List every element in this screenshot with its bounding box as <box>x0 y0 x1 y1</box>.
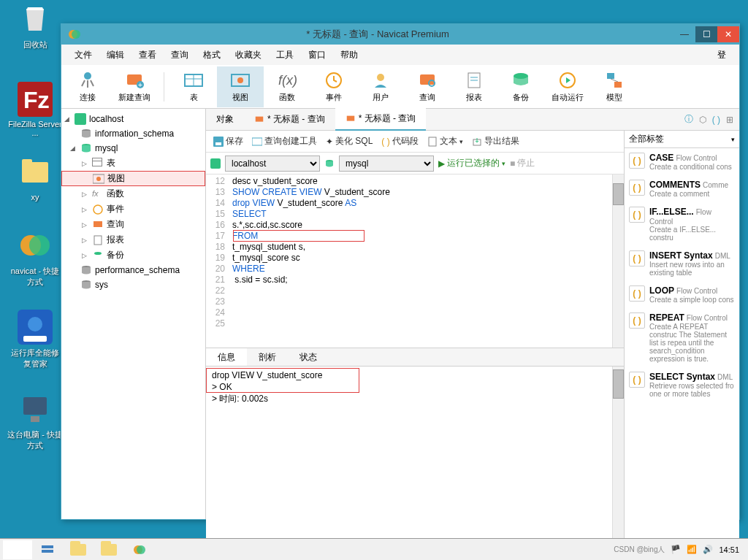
snippet-button[interactable]: ( )代码段 <box>381 135 418 147</box>
tab-query2[interactable]: * 无标题 - 查询 <box>335 108 427 131</box>
menu-file[interactable]: 文件 <box>67 46 99 64</box>
output-body[interactable]: drop VIEW V_student_score > OK > 时间: 0.0… <box>206 367 624 545</box>
host-select[interactable]: localhost <box>225 156 320 172</box>
tray-clock[interactable]: 14:51 <box>719 545 739 554</box>
snippet-item[interactable]: ( )INSERT Syntax DMLInsert new rows into… <box>625 246 739 281</box>
code-content[interactable]: desc v_student_scoreSHOW CREATE VIEW V_s… <box>229 174 393 331</box>
info-icon[interactable]: ⓘ <box>684 113 693 126</box>
start-button[interactable] <box>3 540 32 559</box>
editor-scrollbar[interactable] <box>612 174 624 348</box>
tb-report[interactable]: 报表 <box>451 66 497 107</box>
task-server[interactable] <box>32 540 63 559</box>
tree-functions[interactable]: ▷fx函数 <box>61 186 205 202</box>
tree-backups[interactable]: ▷备份 <box>61 248 205 263</box>
run-button[interactable]: ▶ 运行已选择的 ▾ <box>438 157 505 169</box>
tb-user[interactable]: 用户 <box>357 66 404 107</box>
tb-query[interactable]: 查询 <box>404 66 451 107</box>
close-button[interactable]: ✕ <box>717 26 739 42</box>
svg-point-5 <box>28 317 42 331</box>
desktop-filezilla[interactable]: Fz FileZilla Server ... <box>7 82 63 137</box>
tree-events[interactable]: ▷事件 <box>61 202 205 217</box>
tb-table[interactable]: 表 <box>170 66 217 107</box>
tree-mysql[interactable]: ◢mysql <box>61 141 205 156</box>
line-gutter: 1213141516171819202122232425 <box>206 174 229 331</box>
tb-backup[interactable]: 备份 <box>497 66 544 107</box>
desktop-runtime[interactable]: 运行库全能修复管家 <box>7 310 63 369</box>
tree-information-schema[interactable]: information_schema <box>61 126 205 141</box>
hex-icon[interactable]: ⬡ <box>699 115 706 125</box>
grid-icon[interactable]: ⊞ <box>726 115 733 125</box>
svg-point-19 <box>237 77 243 83</box>
task-explorer2[interactable] <box>94 540 124 559</box>
snippet-item[interactable]: ( )REPEAT Flow ControlCreate A REPEAT co… <box>625 308 739 367</box>
menu-view[interactable]: 查看 <box>131 46 164 64</box>
tray-network-icon[interactable]: 📶 <box>687 545 697 554</box>
otab-status[interactable]: 状态 <box>288 348 329 366</box>
tree-reports[interactable]: ▷报表 <box>61 232 205 248</box>
main-toolbar: 连接 +新建查询 表 视图 f(x)函数 事件 用户 查询 报表 备份 自动运行… <box>61 65 739 109</box>
builder-button[interactable]: 查询创建工具 <box>252 135 317 147</box>
tree-localhost[interactable]: ◢localhost <box>61 112 205 126</box>
text-button[interactable]: 文本▾ <box>427 135 463 147</box>
tray-sound-icon[interactable]: 🔊 <box>703 545 713 554</box>
tab-query1[interactable]: * 无标题 - 查询 <box>244 109 335 130</box>
svg-rect-54 <box>11 543 17 549</box>
menu-query[interactable]: 查询 <box>164 46 196 64</box>
navicat-window: * 无标题 - 查询 - Navicat Premium — ☐ ✕ 文件 编辑… <box>61 23 740 520</box>
menu-help[interactable]: 帮助 <box>333 46 365 64</box>
tb-event[interactable]: 事件 <box>310 66 357 107</box>
svg-point-3 <box>29 235 50 256</box>
tb-connect[interactable]: 连接 <box>64 66 111 107</box>
menu-tools[interactable]: 工具 <box>269 46 301 64</box>
svg-rect-34 <box>75 113 86 125</box>
svg-point-11 <box>84 72 91 80</box>
tb-autorun[interactable]: 自动运行 <box>544 66 591 107</box>
tab-objects[interactable]: 对象 <box>206 109 244 130</box>
stop-button[interactable]: ■ 停止 <box>510 157 535 169</box>
tree-sys[interactable]: sys <box>61 277 205 292</box>
task-navicat[interactable] <box>124 540 155 559</box>
export-button[interactable]: 导出结果 <box>472 135 519 147</box>
tb-view[interactable]: 视图 <box>217 66 264 107</box>
maximize-button[interactable]: ☐ <box>695 26 717 42</box>
save-button[interactable]: 保存 <box>213 135 243 147</box>
desktop-folder-xy[interactable]: xy <box>7 155 63 202</box>
tray-flag-icon[interactable]: 🏴 <box>671 545 681 554</box>
otab-profile[interactable]: 剖析 <box>247 348 288 366</box>
snippet-item[interactable]: ( )CASE Flow ControlCreate a conditional… <box>625 148 739 175</box>
svg-rect-32 <box>614 82 622 88</box>
beautify-button[interactable]: ✦美化 SQL <box>326 135 373 147</box>
desktop-this-pc[interactable]: 这台电脑 - 快捷方式 <box>7 391 63 451</box>
svg-rect-40 <box>94 221 102 227</box>
desktop-navicat[interactable]: navicat - 快捷方式 <box>7 228 63 288</box>
tags-dropdown[interactable]: 全部标签▾ <box>625 131 739 148</box>
minimize-button[interactable]: — <box>673 26 695 42</box>
snippet-item[interactable]: ( )COMMENTS CommeCreate a comment <box>625 175 739 202</box>
menu-format[interactable]: 格式 <box>196 46 228 64</box>
otab-info[interactable]: 信息 <box>206 348 247 366</box>
tb-model[interactable]: 模型 <box>591 66 638 107</box>
db-select[interactable]: mysql <box>339 156 434 172</box>
connection-selector-row: localhost mysql ▶ 运行已选择的 ▾ ■ 停止 <box>206 153 624 174</box>
snippet-panel: 全部标签▾ ( )CASE Flow ControlCreate a condi… <box>624 131 739 560</box>
tree-performance-schema[interactable]: performance_schema <box>61 263 205 277</box>
view-icon <box>93 173 104 185</box>
task-explorer[interactable] <box>63 540 94 559</box>
tree-tables[interactable]: ▷表 <box>61 156 205 171</box>
menu-edit[interactable]: 编辑 <box>99 46 131 64</box>
title-bar[interactable]: * 无标题 - 查询 - Navicat Premium — ☐ ✕ <box>61 24 739 45</box>
menu-window[interactable]: 窗口 <box>301 46 333 64</box>
snippet-item[interactable]: ( )IF...ELSE... Flow ControlCreate a IF.… <box>625 202 739 246</box>
snippet-item[interactable]: ( )LOOP Flow ControlCreate a simple loop… <box>625 281 739 308</box>
desktop-recycle-bin[interactable]: 回收站 <box>7 1 63 50</box>
tree-views[interactable]: 视图 <box>61 171 205 186</box>
menu-login[interactable]: 登 <box>710 46 733 64</box>
tb-new-query[interactable]: +新建查询 <box>111 66 158 107</box>
snippet-item[interactable]: ( )SELECT Syntax DMLRetrieve rows select… <box>625 367 739 402</box>
menu-fav[interactable]: 收藏夹 <box>228 46 269 64</box>
tree-queries[interactable]: ▷查询 <box>61 217 205 232</box>
paren-icon[interactable]: ( ) <box>712 115 720 125</box>
sql-editor[interactable]: 1213141516171819202122232425 desc v_stud… <box>206 174 624 348</box>
tb-function[interactable]: f(x)函数 <box>264 66 310 107</box>
output-scrollbar[interactable] <box>612 367 624 545</box>
